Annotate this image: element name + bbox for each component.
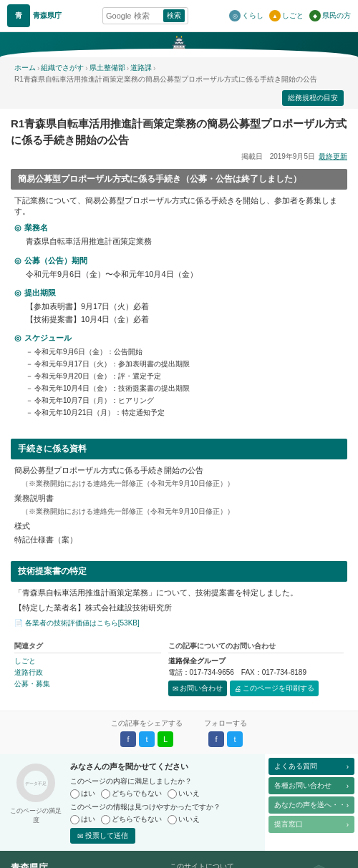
search-button[interactable]: 検索 — [163, 9, 185, 22]
quick-link-faq[interactable]: よくある質問 › — [268, 758, 354, 775]
submit-icon: ✉ — [77, 832, 83, 840]
tag-douro[interactable]: 道路行政 — [14, 668, 161, 678]
doc-item-1: 業務説明書 （※業務開始における連絡先一部修正（令和元年9月10日修正）） — [14, 493, 344, 517]
survey-wrap: データ不足 このページの満足度 みなさんの声を聞かせてください このページの内容… — [0, 754, 358, 851]
share-section: この記事をシェアする f t L フォローする f t — [0, 711, 358, 754]
survey-q1: このページの内容に満足しましたか？ — [70, 776, 221, 786]
nav-shigoto-label: しごと — [282, 11, 304, 21]
nav-links: ◎ くらし ▲ しごと ◆ 県民の方 — [229, 10, 351, 21]
breadcrumb-dept[interactable]: 県土整備部 — [90, 63, 125, 73]
radio-neither-q1[interactable]: どちらでもない — [101, 789, 162, 799]
quick-link-voice[interactable]: あなたの声を送へ・・ › — [268, 796, 354, 814]
contact-inquiry-button[interactable]: ✉ お問い合わせ — [168, 681, 227, 696]
facebook-share-button[interactable]: f — [120, 731, 136, 747]
radio-no-q2[interactable]: いいえ — [168, 814, 200, 824]
share-group: この記事をシェアする f t L — [111, 718, 183, 747]
pdf-link[interactable]: 📄 各業者の技術評価値はこちら[53KB] — [14, 619, 140, 627]
castle-icon: 🏯 — [171, 36, 187, 52]
survey-q2: このページの情報は見つけやすかったですか？ — [70, 802, 221, 812]
search-input[interactable] — [106, 11, 163, 20]
item-period-value: 令和元年9月6日（金）〜令和元年10月4日（金） — [14, 268, 344, 281]
survey-questions: みなさんの声を聞かせてください このページの内容に満足しましたか？ はい どちら… — [70, 761, 221, 844]
schedule-list: 令和元年9月6日（金）：公告開始 令和元年9月17日（火）：参加表明書の提出期限… — [14, 346, 344, 419]
line-share-button[interactable]: L — [158, 731, 173, 747]
footer-links-block: このサイトについて サイトマップ 個人情報の取扱いについて 暑さ指数・リンク集 … — [170, 862, 279, 868]
site-logo: 青 青森県庁 — [7, 4, 62, 27]
quick-link-inquiry[interactable]: 各種お問い合わせ › — [268, 777, 354, 794]
radio-yes-q2[interactable]: はい — [70, 814, 95, 824]
survey-section: データ不足 このページの満足度 みなさんの声を聞かせてください このページの内容… — [0, 754, 265, 851]
print-icon: 🖨 — [234, 685, 241, 693]
contact-btns: ✉ お問い合わせ 🖨 このページを印刷する — [168, 681, 344, 696]
survey-inner: データ不足 このページの満足度 みなさんの声を聞かせてください このページの内容… — [0, 754, 265, 851]
item-period-label: 公募（公告）期間 — [14, 255, 344, 266]
social-follow-btns: f t — [204, 731, 247, 747]
chevron-right-icon: › — [347, 782, 349, 790]
nav-shigoto[interactable]: ▲ しごと — [269, 10, 304, 21]
main-content: R1青森県自転車活用推進計画策定業務の簡易公募型プロポーザル方式に係る手続き開始… — [0, 109, 358, 711]
share-title: この記事をシェアする — [111, 718, 183, 728]
chevron-right-icon: › — [347, 821, 349, 829]
radio-yes-q1[interactable]: はい — [70, 789, 95, 799]
facebook-follow-button[interactable]: f — [208, 731, 224, 747]
contact-title: この記事についてのお問い合わせ — [168, 641, 344, 653]
donut-chart: データ不足 — [14, 761, 57, 804]
footer-map — [290, 862, 347, 868]
search-bar: 検索 — [102, 7, 188, 24]
contact-print-button[interactable]: 🖨 このページを印刷する — [230, 681, 319, 696]
schedule-item: 令和元年10月21日（月）：特定通知予定 — [26, 406, 344, 419]
mail-icon: ✉ — [173, 685, 178, 693]
shigoto-icon: ▲ — [269, 10, 281, 21]
quick-link-teigen[interactable]: 提言窓口 › — [268, 816, 354, 833]
contact-group: 道路保全グループ — [168, 656, 344, 666]
follow-group: フォローする f t — [204, 718, 247, 747]
action-bar: 総務規程の目安 — [7, 87, 351, 109]
logo-text: 青森県庁 — [33, 11, 62, 21]
twitter-follow-button[interactable]: t — [227, 731, 243, 747]
nav-kenmin[interactable]: ◆ 県民の方 — [309, 10, 351, 21]
item-period: 公募（公告）期間 令和元年9月6日（金）〜令和元年10月4日（金） — [14, 255, 344, 281]
breadcrumb-org[interactable]: 組織でさがす — [41, 63, 84, 73]
doc-sub-1: （※業務開始における連絡先一部修正（令和元年9月10日修正）） — [21, 507, 344, 517]
pdf-icon: 📄 — [14, 619, 23, 627]
chart-label: このページの満足度 — [7, 806, 64, 825]
footer-info-block: 青森県庁 郵便番号：030-8570 住所：青森県青森市長島一丁目1-1 電話：… — [11, 862, 159, 868]
item-gyomuname: 業務名 青森県自転車活用推進計画策定業務 — [14, 223, 344, 248]
contact-tel: 電話：017-734-9656 FAX：017-734-8189 — [168, 668, 344, 678]
action-button[interactable]: 総務規程の目安 — [282, 90, 344, 106]
radio-row-q2: はい どちらでもない いいえ — [70, 814, 221, 824]
survey-submit-button[interactable]: ✉ 投票して送信 — [70, 828, 135, 844]
footer: 青森県庁 郵便番号：030-8570 住所：青森県青森市長島一丁目1-1 電話：… — [0, 851, 358, 868]
twitter-share-button[interactable]: t — [139, 731, 155, 747]
breadcrumb-section[interactable]: 道路課 — [130, 63, 152, 73]
doc-item-2: 様式 — [14, 521, 344, 532]
footer-link-about[interactable]: このサイトについて — [170, 862, 279, 868]
update-link[interactable]: 最終更新 — [319, 152, 347, 162]
nav-kurashi[interactable]: ◎ くらし — [229, 10, 263, 21]
tag-shigoto[interactable]: しごと — [14, 656, 161, 666]
section3-header[interactable]: 技術提案書の特定 — [11, 561, 347, 582]
item-schedule: スケジュール 令和元年9月6日（金）：公告開始 令和元年9月17日（火）：参加表… — [14, 333, 344, 419]
section2-header[interactable]: 手続きに係る資料 — [11, 439, 347, 459]
radio-row-q1: はい どちらでもない いいえ — [70, 789, 221, 799]
section1-content: 下記業務について、簡易公募型プロポーザル方式に係る手続きを開始し、参加者を募集し… — [11, 195, 347, 431]
item-deadline-label: 提出期限 — [14, 288, 344, 298]
section3-special: 【特定した業者名】株式会社建設技術研究所 — [14, 603, 344, 613]
doc-title-2: 様式 — [14, 521, 344, 532]
section2-content: 簡易公募型プロポーザル方式に係る手続き開始の公告 （※業務開始における連絡先一部… — [11, 465, 347, 554]
chevron-right-icon: › — [347, 763, 349, 771]
survey-title: みなさんの声を聞かせてください — [70, 761, 221, 772]
radio-neither-q2[interactable]: どちらでもない — [101, 814, 162, 824]
schedule-item: 令和元年10月4日（金）：技術提案書の提出期限 — [26, 382, 344, 394]
page-title: R1青森県自転車活用推進計画策定業務の簡易公募型プロポーザル方式に係る手続き開始… — [11, 116, 347, 148]
breadcrumb-home[interactable]: ホーム — [14, 63, 36, 73]
item-schedule-label: スケジュール — [14, 333, 344, 343]
doc-title-3: 特記仕様書（案） — [14, 535, 344, 545]
radio-no-q1[interactable]: いいえ — [168, 789, 200, 799]
date-label: 掲載日 2019年9月5日 — [241, 152, 315, 162]
section3-content: 「青森県自転車活用推進計画策定業務」について、技術提案書を特定しました。 【特定… — [11, 587, 347, 634]
deadline-line1: 【参加表明書】9月17日（火）必着 — [26, 301, 344, 313]
social-share-btns: f t L — [111, 731, 183, 747]
tag-koubo[interactable]: 公募・募集 — [14, 679, 161, 689]
section1-header[interactable]: 簡易公募型プロポーザル方式に係る手続き（公募・公告は終了しました） — [11, 169, 347, 190]
